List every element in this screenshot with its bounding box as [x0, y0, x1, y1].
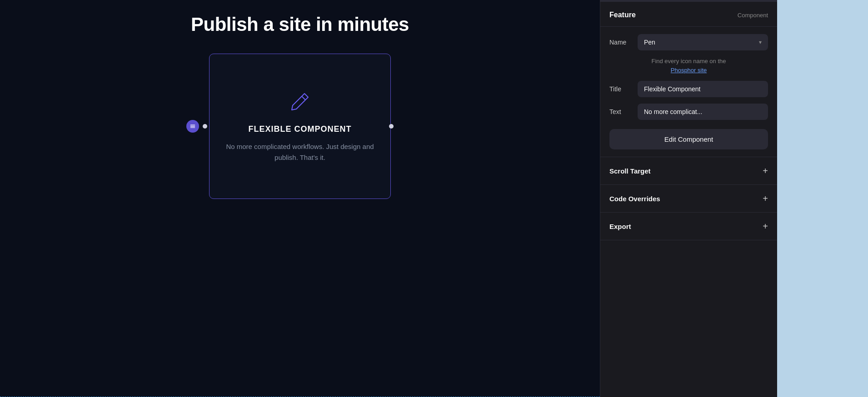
- page-title: Publish a site in minutes: [191, 14, 409, 35]
- handle-dot-right: [389, 124, 394, 129]
- name-select-value: Pen: [644, 39, 655, 46]
- component-card-title: FLEXIBLE COMPONENT: [248, 124, 351, 134]
- chevron-down-icon: ▾: [759, 39, 762, 45]
- text-row: Text: [609, 104, 768, 120]
- component-card-text: No more complicated workflows. Just desi…: [223, 141, 377, 163]
- feature-section-header: Feature Component: [600, 2, 777, 26]
- code-overrides-section[interactable]: Code Overrides +: [600, 185, 777, 212]
- svg-rect-0: [190, 125, 195, 125]
- text-label: Text: [609, 108, 632, 115]
- text-input[interactable]: [638, 104, 768, 120]
- handle-menu-button[interactable]: [186, 120, 199, 133]
- handle-dot-left: [203, 124, 207, 129]
- svg-rect-1: [190, 126, 195, 126]
- component-card[interactable]: FLEXIBLE COMPONENT No more complicated w…: [209, 54, 391, 199]
- left-handle: [186, 120, 207, 133]
- scroll-target-plus-icon: +: [763, 166, 768, 175]
- code-overrides-plus-icon: +: [763, 194, 768, 203]
- name-label: Name: [609, 39, 632, 46]
- title-input[interactable]: [638, 81, 768, 97]
- component-badge: Component: [738, 12, 768, 19]
- feature-label: Feature: [609, 11, 636, 19]
- export-plus-icon: +: [763, 222, 768, 231]
- title-row: Title: [609, 81, 768, 97]
- svg-rect-2: [190, 127, 195, 128]
- pen-svg: [288, 90, 312, 114]
- hint-text-part1: Find every icon name on the: [651, 58, 726, 65]
- title-label: Title: [609, 85, 632, 93]
- edit-component-button[interactable]: Edit Component: [609, 129, 768, 149]
- component-wrapper: FLEXIBLE COMPONENT No more complicated w…: [209, 54, 391, 199]
- side-panel-blue: [777, 0, 868, 397]
- properties-section: Name Pen ▾ Find every icon name on the P…: [600, 27, 777, 157]
- scroll-target-label: Scroll Target: [609, 167, 651, 175]
- right-panel: Feature Component Name Pen ▾ Find every …: [600, 0, 777, 397]
- code-overrides-label: Code Overrides: [609, 195, 660, 203]
- pen-icon: [288, 90, 312, 115]
- divider-5: [600, 240, 777, 240]
- export-section[interactable]: Export +: [600, 213, 777, 240]
- name-row: Name Pen ▾: [609, 34, 768, 50]
- phosphor-link[interactable]: Phosphor site: [671, 67, 707, 74]
- canvas-area: Publish a site in minutes: [0, 0, 600, 397]
- scroll-target-section[interactable]: Scroll Target +: [600, 157, 777, 184]
- menu-icon: [190, 123, 196, 129]
- icon-hint: Find every icon name on the Phosphor sit…: [609, 57, 768, 74]
- name-select[interactable]: Pen ▾: [638, 34, 768, 50]
- export-label: Export: [609, 223, 631, 230]
